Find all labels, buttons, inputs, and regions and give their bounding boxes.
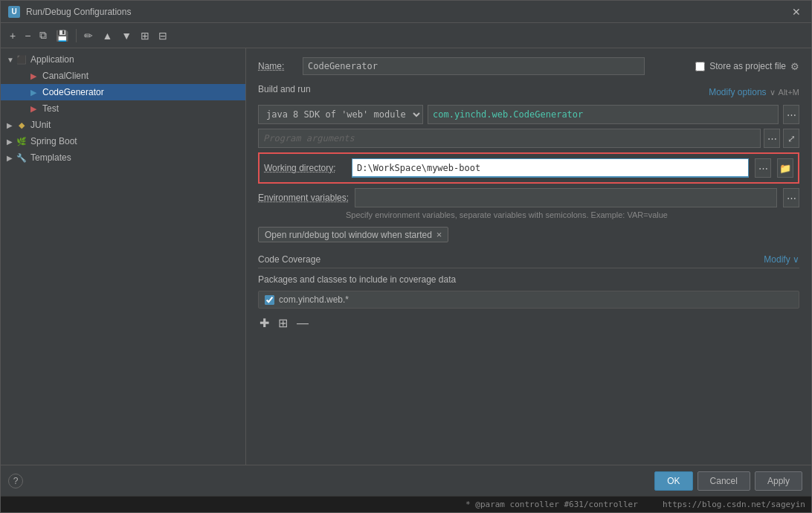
code-line-content: * @param controller #631/controller — [465, 500, 638, 509]
sidebar-item-canalclient[interactable]: ▶ CanalClient — [1, 68, 245, 84]
sidebar-item-codegenerator[interactable]: ▶ CodeGenerator — [1, 84, 245, 100]
gear-icon[interactable]: ⚙ — [790, 61, 799, 72]
save-button[interactable]: 💾 — [53, 28, 71, 43]
application-icon: ⬛ — [16, 54, 28, 65]
working-dir-input[interactable] — [352, 158, 749, 178]
coverage-sub: Packages and classes to include in cover… — [258, 274, 799, 285]
right-panel: Name: Store as project file ⚙ Build and … — [246, 48, 811, 465]
modify-alt: Alt+M — [779, 88, 799, 97]
env-hint: Specify environment variables, separate … — [258, 210, 799, 219]
modify-coverage-link[interactable]: Modify ∨ — [764, 254, 799, 265]
codegenerator-icon: ▶ — [28, 86, 39, 98]
coverage-remove-button[interactable]: — — [295, 315, 310, 332]
name-input[interactable] — [303, 57, 645, 75]
springboot-label: Spring Boot — [30, 136, 77, 146]
store-project-label: Store as project file ⚙ — [695, 61, 799, 72]
arrow-test — [19, 105, 28, 113]
program-args-row: ⋯ ⤢ — [258, 129, 799, 148]
program-args-input[interactable] — [258, 129, 761, 148]
down-button[interactable]: ▼ — [118, 28, 135, 43]
coverage-header-row: Code Coverage Modify ∨ — [258, 254, 799, 268]
build-run-row: java 8 SDK of 'web' module ⋯ — [258, 105, 799, 124]
bottom-container: OK Cancel Apply ? — [1, 465, 811, 496]
edit-button[interactable]: ✏ — [81, 28, 96, 43]
build-run-header: Build and run — [258, 84, 311, 94]
args-expand-btn[interactable]: ⤢ — [783, 129, 799, 148]
arrow-codegen — [19, 88, 28, 97]
ok-button[interactable]: OK — [654, 471, 692, 491]
canalclient-label: CanalClient — [42, 71, 88, 81]
springboot-icon: 🌿 — [16, 135, 28, 147]
class-input[interactable] — [428, 105, 779, 124]
canalclient-icon: ▶ — [28, 70, 39, 82]
store-project-text: Store as project file — [709, 61, 786, 71]
sidebar-item-templates[interactable]: ▶ 🔧 Templates — [1, 149, 245, 166]
add-button[interactable]: + — [7, 28, 19, 43]
group-button[interactable]: ⊞ — [138, 28, 152, 43]
main-content: ▼ ⬛ Application ▶ CanalClient ▶ CodeGene… — [1, 48, 811, 465]
arrow-templates: ▶ — [7, 154, 16, 162]
cancel-button[interactable]: Cancel — [697, 471, 750, 491]
env-vars-input[interactable] — [355, 188, 777, 207]
coverage-section: Code Coverage Modify ∨ Packages and clas… — [258, 254, 799, 332]
junit-icon: ◆ — [16, 119, 28, 131]
templates-label: Templates — [30, 152, 71, 163]
help-button[interactable]: ? — [8, 474, 23, 488]
working-dir-section: Working directory: ⋯ 📁 — [258, 152, 799, 184]
coverage-checkbox[interactable] — [265, 295, 274, 305]
sidebar-item-junit[interactable]: ▶ ◆ JUnit — [1, 117, 245, 133]
title-bar: U Run/Debug Configurations ✕ — [1, 1, 811, 23]
tag-label: Open run/debug tool window when started — [265, 230, 432, 240]
env-vars-row: Environment variables: ⋯ — [258, 188, 799, 207]
test-label: Test — [42, 103, 59, 114]
apply-button[interactable]: Apply — [755, 471, 802, 491]
junit-label: JUnit — [30, 120, 51, 130]
sidebar: ▼ ⬛ Application ▶ CanalClient ▶ CodeGene… — [1, 48, 246, 465]
working-dir-label: Working directory: — [264, 163, 346, 173]
arrow-application: ▼ — [7, 56, 16, 64]
arrow-junit: ▶ — [7, 121, 16, 129]
tag-item: Open run/debug tool window when started … — [258, 227, 448, 242]
toolbar: + − ⧉ 💾 ✏ ▲ ▼ ⊞ ⊟ — [1, 23, 811, 48]
modify-shortcut: ∨ — [770, 88, 776, 97]
toolbar-separator — [76, 29, 77, 42]
working-dir-icon-btn[interactable]: ⋯ — [755, 158, 771, 178]
coverage-add-pkg-button[interactable]: ⊞ — [277, 314, 289, 332]
coverage-item-label: com.yinchd.web.* — [279, 294, 349, 305]
sidebar-item-springboot[interactable]: ▶ 🌿 Spring Boot — [1, 133, 245, 149]
application-label: Application — [30, 54, 74, 65]
sidebar-item-application[interactable]: ▼ ⬛ Application — [1, 51, 245, 68]
sort-button[interactable]: ⊟ — [155, 28, 170, 43]
copy-button[interactable]: ⧉ — [36, 28, 50, 43]
title-bar-left: U Run/Debug Configurations — [8, 6, 131, 18]
store-project-checkbox[interactable] — [695, 62, 705, 71]
java-sdk-dropdown[interactable]: java 8 SDK of 'web' module — [258, 105, 423, 124]
sidebar-item-test[interactable]: ▶ Test — [1, 100, 245, 117]
arrow-canal — [19, 72, 28, 80]
modify-options-link[interactable]: Modify options — [709, 87, 766, 97]
working-dir-folder-btn[interactable]: 📁 — [777, 158, 793, 178]
coverage-item: com.yinchd.web.* — [258, 291, 799, 309]
coverage-actions: ✚ ⊞ — — [258, 314, 799, 332]
status-bar: * @param controller #631/controller http… — [1, 496, 811, 512]
run-debug-dialog: U Run/Debug Configurations ✕ + − ⧉ 💾 ✏ ▲… — [0, 0, 812, 513]
app-icon: U — [8, 6, 20, 18]
tag-close-button[interactable]: × — [436, 229, 442, 240]
coverage-title: Code Coverage — [258, 254, 320, 265]
working-dir-row: Working directory: ⋯ 📁 — [264, 158, 793, 178]
code-line-text: * @param controller #631/controller http… — [465, 500, 805, 509]
args-icon-btn[interactable]: ⋯ — [764, 129, 780, 148]
bottom-bar: OK Cancel Apply — [1, 465, 811, 496]
remove-button[interactable]: − — [22, 28, 33, 43]
close-button[interactable]: ✕ — [789, 4, 804, 19]
codegenerator-label: CodeGenerator — [42, 87, 104, 97]
test-icon: ▶ — [28, 103, 39, 114]
name-row: Name: Store as project file ⚙ — [258, 57, 799, 75]
arrow-spring: ▶ — [7, 138, 16, 146]
up-button[interactable]: ▲ — [99, 28, 115, 43]
class-browse-button[interactable]: ⋯ — [783, 105, 799, 124]
templates-icon: 🔧 — [16, 152, 28, 164]
env-vars-icon-btn[interactable]: ⋯ — [783, 188, 799, 207]
modify-options-row: Modify options ∨ Alt+M — [709, 87, 799, 97]
coverage-add-button[interactable]: ✚ — [258, 314, 271, 332]
